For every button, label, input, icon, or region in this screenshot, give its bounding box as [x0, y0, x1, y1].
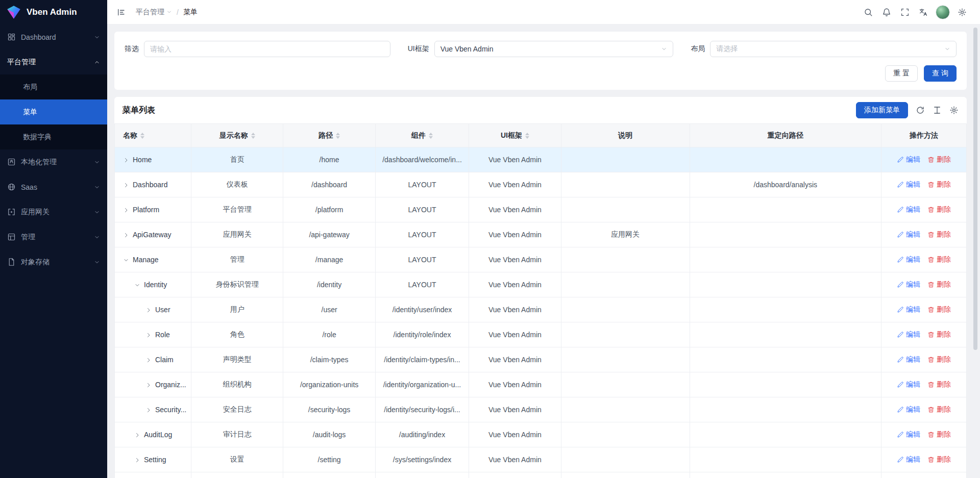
chevron-up-icon	[94, 59, 100, 65]
refresh-icon[interactable]	[916, 106, 925, 115]
delete-link[interactable]: 删除	[927, 205, 951, 214]
scrollbar-thumb[interactable]	[973, 28, 977, 350]
column-label: 名称	[123, 131, 137, 140]
column-header-display[interactable]: 显示名称	[191, 124, 283, 147]
delete-icon	[927, 206, 935, 213]
cell-display: 身份标识管理	[191, 272, 283, 297]
column-header-component[interactable]: 组件	[375, 124, 469, 147]
filter-keyword-input[interactable]	[144, 41, 390, 57]
cell-component: /identity/role/index	[375, 322, 469, 347]
sidebar-item-manage[interactable]: 管理	[0, 224, 107, 249]
fullscreen-icon[interactable]	[897, 5, 913, 20]
chevron-right-icon[interactable]	[123, 157, 129, 163]
chevron-right-icon[interactable]	[145, 307, 152, 313]
filter-field-keyword: 筛选	[125, 41, 390, 57]
sort-icon	[336, 133, 340, 139]
edit-link[interactable]: 编辑	[897, 430, 920, 439]
chevron-right-icon[interactable]	[134, 457, 140, 463]
delete-link[interactable]: 删除	[927, 180, 951, 189]
delete-link[interactable]: 删除	[927, 355, 951, 364]
avatar[interactable]	[936, 5, 950, 19]
sidebar-subitem-layout[interactable]: 布局	[0, 74, 107, 99]
cell-actions: 编辑删除	[881, 372, 967, 397]
edit-link[interactable]: 编辑	[897, 205, 920, 214]
sidebar-subitem-menu[interactable]: 菜单	[0, 99, 107, 124]
edit-link[interactable]: 编辑	[897, 155, 920, 164]
edit-link[interactable]: 编辑	[897, 180, 920, 189]
row-height-icon[interactable]	[933, 106, 942, 115]
column-header-path[interactable]: 路径	[283, 124, 375, 147]
edit-link[interactable]: 编辑	[897, 230, 920, 239]
edit-link[interactable]: 编辑	[897, 380, 920, 389]
cell-framework: Vue Vben Admin	[469, 372, 561, 397]
edit-link[interactable]: 编辑	[897, 255, 920, 264]
edit-icon	[897, 456, 904, 463]
delete-link[interactable]: 删除	[927, 230, 951, 239]
settings-gear-icon[interactable]	[954, 5, 970, 20]
delete-link[interactable]: 删除	[927, 155, 951, 164]
chevron-right-icon[interactable]	[145, 382, 152, 388]
sidebar-item-dashboard[interactable]: Dashboard	[0, 24, 107, 49]
table-row-partial	[115, 472, 967, 478]
table-row: Role角色/role/identity/role/indexVue Vben …	[115, 322, 967, 347]
sidebar-subitem-dict[interactable]: 数据字典	[0, 124, 107, 149]
row-name-text: Manage	[133, 256, 159, 264]
table-row: Organiz...组织机构/organization-units/identi…	[115, 372, 967, 397]
row-name-text: Setting	[144, 456, 166, 464]
filter-keyword-label: 筛选	[125, 44, 139, 54]
delete-link[interactable]: 删除	[927, 430, 951, 439]
column-header-framework[interactable]: UI框架	[469, 124, 561, 147]
reset-button[interactable]: 重 置	[885, 65, 918, 82]
cell-display: 用户	[191, 297, 283, 322]
chevron-right-icon[interactable]	[123, 232, 129, 238]
sidebar-item-localization[interactable]: 本地化管理	[0, 149, 107, 174]
app-logo[interactable]: Vben Admin	[0, 0, 107, 24]
delete-link[interactable]: 删除	[927, 455, 951, 464]
vertical-scrollbar[interactable]	[973, 27, 978, 478]
table-row: Home首页/home/dashboard/welcome/in...Vue V…	[115, 147, 967, 172]
chevron-down-icon[interactable]	[123, 257, 129, 263]
cell-redirect	[690, 372, 881, 397]
column-header-name[interactable]: 名称	[115, 124, 191, 147]
edit-link[interactable]: 编辑	[897, 280, 920, 289]
chevron-right-icon[interactable]	[123, 182, 129, 188]
framework-select[interactable]: Vue Vben Admin	[434, 41, 674, 57]
filter-framework-label: UI框架	[408, 44, 429, 54]
sidebar-item-platform[interactable]: 平台管理	[0, 49, 107, 74]
vben-logo-icon	[6, 5, 21, 20]
edit-link[interactable]: 编辑	[897, 355, 920, 364]
translate-icon[interactable]	[916, 5, 931, 20]
search-button[interactable]: 查 询	[924, 65, 957, 82]
sidebar-item-saas[interactable]: Saas	[0, 174, 107, 199]
edit-link[interactable]: 编辑	[897, 455, 920, 464]
cell-description	[561, 322, 690, 347]
sidebar-item-gateway[interactable]: 应用网关	[0, 199, 107, 224]
edit-link[interactable]: 编辑	[897, 305, 920, 314]
sort-icon	[525, 133, 529, 139]
bell-icon[interactable]	[879, 5, 894, 20]
table-settings-icon[interactable]	[949, 106, 959, 115]
table-row: User用户/user/identity/user/indexVue Vben …	[115, 297, 967, 322]
delete-link[interactable]: 删除	[927, 305, 951, 314]
layout-select[interactable]: 请选择	[710, 41, 957, 57]
chevron-down-icon[interactable]	[134, 282, 140, 288]
chevron-right-icon[interactable]	[145, 357, 152, 363]
row-name-text: User	[155, 306, 170, 314]
breadcrumb-parent[interactable]: 平台管理	[136, 8, 172, 17]
edit-link[interactable]: 编辑	[897, 330, 920, 339]
delete-link[interactable]: 删除	[927, 405, 951, 414]
delete-link[interactable]: 删除	[927, 380, 951, 389]
chevron-right-icon[interactable]	[134, 432, 140, 438]
sidebar-item-storage[interactable]: 对象存储	[0, 249, 107, 274]
search-icon[interactable]	[861, 5, 876, 20]
delete-link[interactable]: 删除	[927, 255, 951, 264]
column-header-description: 说明	[561, 124, 690, 147]
add-menu-button[interactable]: 添加新菜单	[856, 102, 908, 118]
chevron-right-icon[interactable]	[145, 332, 152, 338]
delete-link[interactable]: 删除	[927, 280, 951, 289]
chevron-right-icon[interactable]	[145, 407, 152, 413]
menu-fold-icon[interactable]	[113, 5, 129, 20]
delete-link[interactable]: 删除	[927, 330, 951, 339]
edit-link[interactable]: 编辑	[897, 405, 920, 414]
chevron-right-icon[interactable]	[123, 207, 129, 213]
